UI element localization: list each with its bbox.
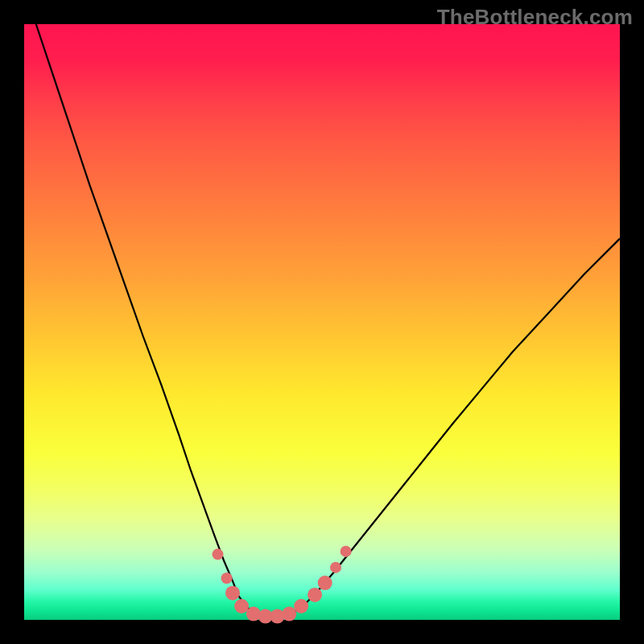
highlight-marker bbox=[294, 599, 308, 613]
highlight-marker bbox=[225, 586, 240, 601]
highlight-marker bbox=[341, 546, 352, 557]
highlight-marker bbox=[318, 576, 332, 590]
highlight-marker bbox=[246, 607, 261, 621]
highlight-marker bbox=[330, 562, 341, 573]
highlight-markers bbox=[213, 546, 352, 624]
highlight-marker bbox=[282, 607, 296, 621]
highlight-marker bbox=[234, 599, 249, 613]
highlight-marker bbox=[270, 609, 285, 624]
highlight-marker bbox=[308, 588, 322, 602]
highlight-marker bbox=[213, 549, 224, 560]
highlight-marker bbox=[221, 572, 233, 584]
chart-svg bbox=[0, 0, 644, 644]
bottleneck-curve bbox=[36, 24, 620, 617]
